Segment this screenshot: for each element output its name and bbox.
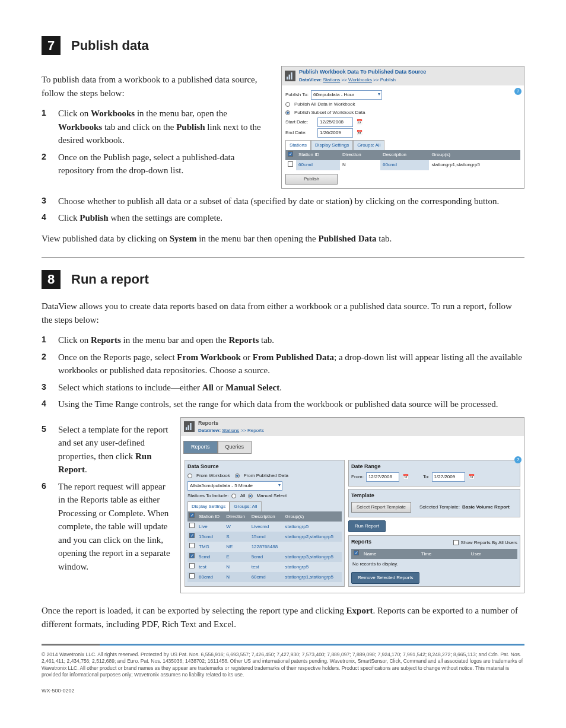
section8-step2: 2 Once on the Reports page, select From … [42,351,524,377]
step-num: 2 [42,151,58,177]
step-num: 4 [42,211,58,225]
select-all-checkbox[interactable] [189,513,195,518]
to-date-input[interactable]: 1/27/2009 [432,472,465,482]
app-logo-icon [184,421,195,432]
publish-to-select[interactable]: 60mpubdata - Hour [311,90,382,100]
t: DataView: [299,77,323,82]
radio-all[interactable]: All [240,492,246,500]
date-range-panel: Date Range From: 12/27/2008 📅 To: 1/27/2… [348,460,520,487]
calendar-icon[interactable]: 📅 [403,473,409,481]
table-row: testNteststationgrp5 [187,562,342,572]
row-checkbox[interactable] [288,161,293,167]
cell-groups [284,542,342,552]
show-all-users-checkbox[interactable]: Show Reports By All Users [453,539,517,546]
calendar-icon[interactable]: 📅 [357,129,363,136]
source-select[interactable]: Allsta5cmdpubdata - 5 Minute [187,481,282,491]
step-num: 2 [42,351,58,377]
t: . [85,465,87,474]
reports-app-body: ? Data Source From Workbook From Publish… [181,454,524,593]
radio-manual[interactable]: Manual Select [257,492,287,500]
start-date-input[interactable]: 12/25/2008 [317,117,353,127]
radio-subset-label: Publish Subset of Workbook Data [294,109,365,116]
footer-divider [42,644,524,646]
tab-queries[interactable]: Queries [218,441,252,454]
publish-app-body: ? Publish To: 60mpubdata - Hour Publish … [282,85,524,188]
radio-icon [285,102,290,107]
tab-groups[interactable]: Groups: All [353,140,384,150]
t: in the menu bar, open the [135,109,227,118]
th-station: Station ID [197,511,224,522]
tab-display-settings[interactable]: Display Settings [311,140,353,150]
t: . [279,383,282,392]
show-all-label: Show Reports By All Users [460,539,517,546]
help-icon[interactable]: ? [514,88,522,95]
cell-description: 1228768488 [250,542,284,552]
crumb-stations[interactable]: Stations [222,428,239,433]
cell-direction: N [224,572,249,582]
section8-step6: 6 The report request will appear in the … [42,480,171,574]
crumb-workbooks[interactable]: Workbooks [348,77,372,82]
th-direction: Direction [340,150,380,160]
t: From Workbook [177,352,240,362]
app-header: Reports DataView: Stations >> Reports [181,418,524,437]
cell-direction: N [340,160,380,170]
tab-stations[interactable]: Stations [285,140,311,150]
row-checkbox[interactable] [189,533,195,538]
table-row: 5cmdE5cmdstationgrp3,stationgrp5 [187,552,342,562]
th-user: User [469,549,517,559]
section8-step4: 4 Using the Time Range controls, set the… [42,398,524,411]
row-checkbox[interactable] [189,563,195,568]
section8-title: Run a report [71,269,149,289]
tab-display-settings[interactable]: Display Settings [187,501,230,511]
t: Reports [91,335,121,345]
tab-groups[interactable]: Groups: All [230,501,261,511]
row-checkbox[interactable] [189,543,195,548]
cell-station: 15cmd [197,532,224,542]
table-row: 15cmdS15cmdstationgrp2,stationgrp5 [187,532,342,542]
section8-steps-1to4: 1 Click on Reports in the menu bar and o… [42,333,524,411]
run-report-button[interactable]: Run Report [348,520,386,532]
t: All [202,383,214,392]
row-checkbox[interactable] [189,523,195,528]
t: System [170,234,197,243]
publish-app: Publish Workbook Data To Published Data … [281,66,524,189]
crumb-reports: Reports [247,428,264,433]
radio-from-published[interactable]: From Published Data [244,472,288,479]
select-template-button[interactable]: Select Report Template [351,502,411,513]
svg-rect-1 [289,74,290,79]
from-date-input[interactable]: 12/27/2008 [366,472,399,482]
end-date-input[interactable]: 1/26/2009 [317,128,353,138]
crumb-stations[interactable]: Stations [323,77,340,82]
stations-table: Station ID Direction Description Group(s… [285,150,520,170]
document-id: WX-500-0202 [42,687,524,695]
reports-title: Reports [351,538,371,546]
svg-rect-5 [190,423,191,430]
th-groups: Group(s) [284,511,342,522]
cell-direction: E [224,552,249,562]
remove-reports-button[interactable]: Remove Selected Reports [351,572,419,584]
row-checkbox[interactable] [189,573,195,578]
select-all-checkbox[interactable] [354,550,359,555]
select-all-checkbox[interactable] [288,151,293,157]
publish-button[interactable]: Publish [285,174,338,185]
t: Select which stations to include—either [58,383,202,392]
section8-header: 8 Run a report [42,269,524,289]
tab-reports[interactable]: Reports [183,441,218,454]
app-header: Publish Workbook Data To Published Data … [282,66,524,85]
section8-step1: 1 Click on Reports in the menu bar and o… [42,333,524,347]
data-source-panel: Data Source From Workbook From Published… [185,460,345,587]
calendar-icon[interactable]: 📅 [469,473,475,481]
table-row: TMGNE1228768488 [187,542,342,552]
help-icon[interactable]: ? [514,456,522,463]
radio-all-row[interactable]: Publish All Data in Workbook [285,101,520,108]
divider [42,257,524,257]
footer-text: © 2014 Wavetronix LLC. All rights reserv… [42,651,524,679]
calendar-icon[interactable]: 📅 [357,119,363,126]
radio-subset-row[interactable]: Publish Subset of Workbook Data [285,109,520,116]
radio-from-workbook[interactable]: From Workbook [196,472,230,479]
step-text: Once on the Publish page, select a publi… [58,151,272,177]
t: Export [346,606,373,615]
cell-direction: N [224,562,249,572]
breadcrumb: DataView: Stations >> Workbooks >> Publi… [299,77,426,84]
row-checkbox[interactable] [189,553,195,558]
